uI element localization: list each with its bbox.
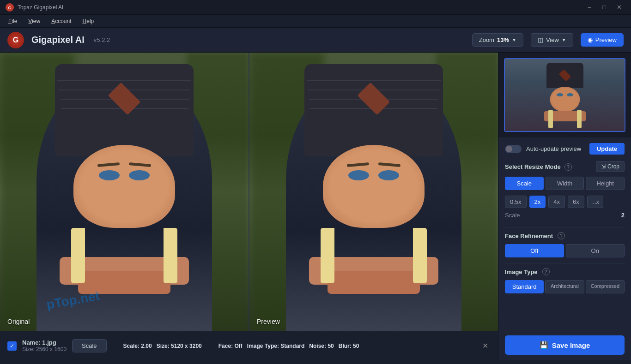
preview-eye-icon: ◉	[588, 36, 593, 43]
bottom-bar: ✓ Name: 1.jpg Size: 2560 x 1600 Scale Sc…	[0, 331, 498, 360]
file-dimensions: Size: 2560 x 1600	[22, 346, 67, 352]
scale-key-label: Scale	[505, 212, 520, 219]
file-meta-2: Face: Off Image Type: Standard Noise: 50…	[218, 343, 359, 349]
crop-label: Crop	[607, 163, 619, 170]
image-type-tabs: Standard Architectural Compressed	[505, 280, 625, 293]
zoom-label: Zoom	[479, 36, 494, 43]
menu-help[interactable]: Help	[78, 17, 99, 25]
face-refinement-label: Face Refinement	[505, 233, 553, 239]
scale-label: Scale:	[123, 343, 140, 349]
resize-mode-section: Select Resize Mode ? ⇲ Crop	[505, 161, 625, 172]
file-checkbox[interactable]: ✓	[7, 341, 17, 351]
preview-button[interactable]: ◉ Preview	[581, 33, 624, 47]
size-meta-value: 5120 x 3200	[171, 343, 202, 349]
main-content: Original pTop.net	[0, 53, 631, 360]
divider-2	[505, 263, 625, 263]
blur-meta-value: 50	[353, 343, 359, 349]
save-icon: 💾	[540, 341, 548, 349]
noise-label: Noise:	[309, 343, 326, 349]
menu-view[interactable]: View	[24, 17, 45, 25]
file-size-value: Size: 2560 x 1600	[22, 346, 67, 352]
app-name: Gigapixel AI	[31, 35, 85, 45]
face-meta-value: Off	[234, 343, 242, 349]
controls-area: Auto-update preview Update Select Resize…	[498, 137, 631, 330]
file-info: Name: 1.jpg Size: 2560 x 1600	[22, 339, 67, 352]
svg-text:G: G	[8, 6, 11, 10]
resize-mode-tabs: Scale Width Height	[505, 177, 625, 190]
auto-update-label: Auto-update preview	[526, 145, 585, 152]
blur-label: Blur:	[339, 343, 352, 349]
scale-option-4x[interactable]: 4x	[548, 196, 565, 208]
resize-mode-label: Select Resize Mode	[505, 163, 561, 170]
scale-option-custom[interactable]: ...x	[587, 196, 603, 208]
image-area: Original pTop.net	[0, 53, 498, 360]
tab-width[interactable]: Width	[546, 177, 584, 190]
thumbnail-area	[498, 53, 631, 137]
auto-update-toggle[interactable]	[505, 145, 522, 153]
scale-meta-value: 2.00	[141, 343, 152, 349]
crop-icon: ⇲	[601, 163, 606, 170]
scale-option-2x[interactable]: 2x	[529, 196, 546, 208]
face-on-button[interactable]: On	[566, 244, 625, 257]
zoom-control[interactable]: Zoom 13% ▼	[472, 33, 523, 47]
zoom-chevron-icon: ▼	[512, 37, 516, 42]
auto-update-row: Auto-update preview Update	[505, 143, 625, 155]
view-control[interactable]: ◫ View ▼	[531, 33, 573, 47]
preview-thumbnail	[504, 58, 625, 132]
app-logo: G	[7, 32, 24, 48]
noise-meta-value: 50	[328, 343, 334, 349]
face-off-button[interactable]: Off	[505, 244, 564, 257]
save-label: Save Image	[552, 341, 590, 349]
face-refinement-help-icon[interactable]: ?	[558, 232, 565, 239]
image-type-help-icon[interactable]: ?	[542, 268, 550, 275]
size-label: Size:	[157, 343, 170, 349]
window-controls: – □ ✕	[583, 3, 625, 12]
maximize-button[interactable]: □	[598, 3, 611, 12]
face-refinement-tabs: Off On	[505, 244, 625, 257]
type-architectural-button[interactable]: Architectural	[545, 280, 584, 293]
scale-option-6x[interactable]: 6x	[568, 196, 584, 208]
titlebar: G Topaz Gigapixel AI – □ ✕	[0, 0, 631, 15]
close-button[interactable]: ✕	[613, 3, 625, 12]
view-label: View	[546, 36, 559, 43]
view-chevron-icon: ▼	[562, 37, 566, 42]
crop-button[interactable]: ⇲ Crop	[596, 161, 625, 172]
update-button[interactable]: Update	[589, 143, 625, 155]
resize-mode-help-icon[interactable]: ?	[564, 163, 572, 171]
menu-account[interactable]: Account	[47, 17, 76, 25]
original-label: Original	[7, 318, 30, 325]
face-label: Face:	[218, 343, 233, 349]
minimize-button[interactable]: –	[583, 3, 596, 12]
image-type-meta-value: Standard	[280, 343, 304, 349]
titlebar-text: Topaz Gigapixel AI	[18, 4, 579, 11]
resize-mode-label-group: Select Resize Mode ?	[505, 162, 572, 171]
scale-options: 0.5x 2x 4x 6x ...x	[505, 196, 625, 208]
tab-height[interactable]: Height	[586, 177, 625, 190]
preview-label: Preview	[595, 36, 617, 43]
view-icon: ◫	[538, 36, 543, 43]
scale-button[interactable]: Scale	[72, 339, 107, 352]
menu-file[interactable]: File	[4, 17, 22, 25]
type-standard-button[interactable]: Standard	[505, 280, 544, 293]
app-version: v5.2.2	[94, 36, 110, 43]
menubar: File View Account Help	[0, 15, 631, 28]
original-panel: Original pTop.net	[0, 53, 249, 331]
type-compressed-button[interactable]: Compressed	[586, 280, 625, 293]
scale-value-row: Scale 2	[505, 212, 625, 219]
header: G Gigapixel AI v5.2.2 Zoom 13% ▼ ◫ View …	[0, 28, 631, 53]
image-container: Original pTop.net	[0, 53, 498, 331]
zoom-value: 13%	[497, 36, 509, 43]
image-type-row: Image Type ?	[505, 268, 625, 275]
scale-option-0.5x[interactable]: 0.5x	[505, 196, 527, 208]
bottom-bar-close[interactable]: ✕	[479, 340, 491, 352]
save-image-button[interactable]: 💾 Save Image	[505, 335, 625, 355]
preview-label: Preview	[257, 318, 280, 325]
tab-scale[interactable]: Scale	[505, 177, 544, 190]
file-name: Name: 1.jpg	[22, 339, 67, 346]
scale-value-display: 2	[621, 212, 625, 219]
app-icon: G	[6, 3, 14, 12]
image-type-label: Image Type:	[247, 343, 279, 349]
face-refinement-row: Face Refinement ?	[505, 232, 625, 239]
file-meta: Scale: 2.00 Size: 5120 x 3200	[123, 343, 202, 349]
file-name-value: 1.jpg	[42, 339, 56, 346]
